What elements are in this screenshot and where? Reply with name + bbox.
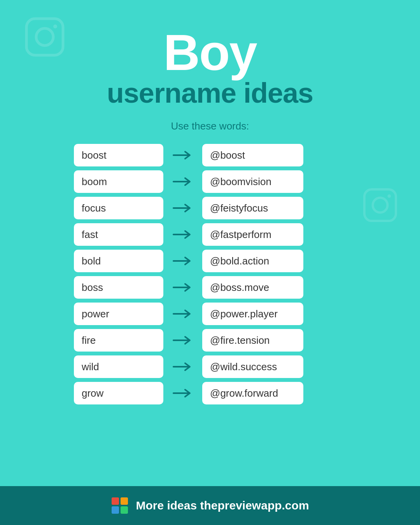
table-row: focus @feistyfocus xyxy=(74,197,346,219)
arrow-8 xyxy=(171,361,194,372)
svg-rect-17 xyxy=(121,497,128,505)
word-table: boost @boost boom @boomvision focus xyxy=(74,144,346,404)
table-row: boom @boomvision xyxy=(74,170,346,193)
arrow-0 xyxy=(171,150,194,161)
arrow-9 xyxy=(171,388,194,399)
page-title-sub: username ideas xyxy=(107,78,313,108)
table-row: bold @bold.action xyxy=(74,250,346,272)
svg-rect-18 xyxy=(112,506,119,514)
username-box-6: @power.player xyxy=(202,303,303,325)
arrow-3 xyxy=(171,229,194,240)
main-content: Boy username ideas Use these words: boos… xyxy=(0,0,420,486)
svg-point-5 xyxy=(388,194,391,198)
arrow-2 xyxy=(171,203,194,214)
page-title-boy: Boy xyxy=(163,27,257,78)
username-box-5: @boss.move xyxy=(202,276,303,299)
word-box-8: wild xyxy=(74,355,163,378)
arrow-6 xyxy=(171,308,194,319)
table-row: boost @boost xyxy=(74,144,346,166)
username-box-4: @bold.action xyxy=(202,250,303,272)
table-row: grow @grow.forward xyxy=(74,382,346,404)
word-box-6: power xyxy=(74,303,163,325)
footer: More ideas thepreviewapp.com xyxy=(0,486,420,525)
svg-point-1 xyxy=(36,28,53,46)
table-row: fire @fire.tension xyxy=(74,329,346,352)
word-box-3: fast xyxy=(74,223,163,246)
word-box-9: grow xyxy=(74,382,163,404)
arrow-4 xyxy=(171,256,194,266)
username-box-3: @fastperform xyxy=(202,223,303,246)
username-box-7: @fire.tension xyxy=(202,329,303,352)
table-row: power @power.player xyxy=(74,303,346,325)
word-box-4: bold xyxy=(74,250,163,272)
svg-rect-3 xyxy=(364,189,396,221)
word-box-0: boost xyxy=(74,144,163,166)
svg-point-2 xyxy=(53,24,57,28)
svg-rect-0 xyxy=(26,19,63,55)
arrow-7 xyxy=(171,335,194,346)
word-box-5: boss xyxy=(74,276,163,299)
username-box-9: @grow.forward xyxy=(202,382,303,404)
svg-rect-19 xyxy=(121,506,128,514)
svg-rect-16 xyxy=(112,497,119,505)
username-box-0: @boost xyxy=(202,144,303,166)
username-box-1: @boomvision xyxy=(202,170,303,193)
table-row: fast @fastperform xyxy=(74,223,346,246)
subtitle: Use these words: xyxy=(171,120,249,132)
arrow-5 xyxy=(171,282,194,293)
table-row: boss @boss.move xyxy=(74,276,346,299)
username-box-8: @wild.success xyxy=(202,355,303,378)
word-box-2: focus xyxy=(74,197,163,219)
footer-text: More ideas thepreviewapp.com xyxy=(136,499,309,512)
username-box-2: @feistyfocus xyxy=(202,197,303,219)
word-box-1: boom xyxy=(74,170,163,193)
word-box-7: fire xyxy=(74,329,163,352)
instagram-icon-bottom-right xyxy=(362,187,399,224)
arrow-1 xyxy=(171,176,194,187)
table-row: wild @wild.success xyxy=(74,355,346,378)
instagram-icon-top-left xyxy=(23,16,66,58)
preview-app-icon xyxy=(111,497,129,514)
svg-point-4 xyxy=(373,198,388,213)
